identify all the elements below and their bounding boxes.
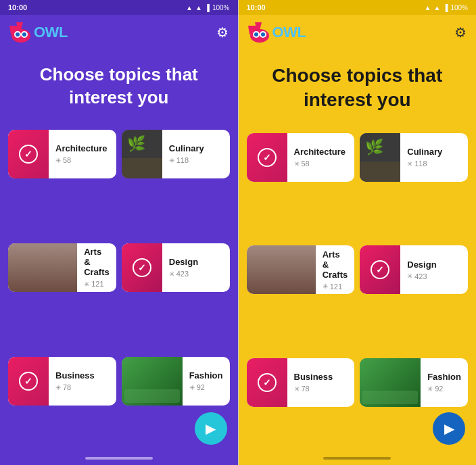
topic-thumb <box>122 357 183 406</box>
topic-count: ✳ 118 <box>169 156 223 164</box>
topic-card-business[interactable]: ✓ Business ✳ 78 <box>247 358 355 407</box>
topic-card-architecture[interactable]: ✓ Architecture ✳ 58 <box>8 130 116 178</box>
phone-panel-dark: 10:00 ▲ ▲ ▐ 100% <box>0 0 238 465</box>
topic-card-culinary[interactable]: Culinary ✳ 118 <box>122 130 230 178</box>
topic-card-fashion[interactable]: Fashion ✳ 92 <box>360 358 468 407</box>
topic-name: Architecture <box>55 143 110 153</box>
status-time: 10:00 <box>8 3 27 11</box>
heading-section: Choose topics that interest you <box>239 50 477 133</box>
topic-info: Architecture ✳ 58 <box>49 130 116 178</box>
topic-thumb-selected: ✓ <box>8 130 49 178</box>
count-icon: ✳ <box>189 384 195 391</box>
count-icon: ✳ <box>294 160 300 168</box>
wifi-icon: ▲ <box>186 4 193 11</box>
topic-count: ✳ 121 <box>323 283 348 291</box>
status-time: 10:00 <box>247 3 266 11</box>
battery-percent: 100% <box>212 4 230 11</box>
count-value: 423 <box>414 272 427 280</box>
phone-panel-light: 10:00 ▲ ▲ ▐ 100% <box>239 0 477 465</box>
count-value: 78 <box>63 383 71 391</box>
count-icon: ✳ <box>294 385 300 393</box>
topic-thumb-selected: ✓ <box>247 358 287 407</box>
app-logo: OWL <box>9 22 68 43</box>
home-indicator <box>323 457 391 460</box>
topic-name: Design <box>407 260 461 270</box>
topic-name: Architecture <box>294 147 348 157</box>
svg-point-2 <box>11 29 30 43</box>
gear-icon[interactable]: ⚙ <box>454 24 467 41</box>
topic-info: Culinary ✳ 118 <box>162 130 230 178</box>
topic-info: Fashion ✳ 92 <box>183 357 230 406</box>
topic-thumb-selected: ✓ <box>360 245 400 294</box>
topic-card-design[interactable]: ✓ Design ✳ 423 <box>122 243 230 292</box>
status-bar: 10:00 ▲ ▲ ▐ 100% <box>239 0 477 15</box>
logo-text: OWL <box>34 24 68 41</box>
checkmark-icon: ✓ <box>133 258 151 277</box>
topic-name: Business <box>55 370 110 381</box>
topic-info: Arts & Crafts ✳ 121 <box>77 243 116 292</box>
signal-icon: ▲ <box>195 4 202 11</box>
count-value: 118 <box>414 160 427 168</box>
wifi-icon: ▲ <box>425 4 431 11</box>
topic-thumb-selected: ✓ <box>122 243 162 292</box>
svg-point-5 <box>16 32 20 36</box>
next-fab-button[interactable]: ▶ <box>433 412 465 445</box>
arrow-icon: ▶ <box>206 420 216 437</box>
count-value: 423 <box>176 270 189 278</box>
topic-info: Business ✳ 78 <box>287 358 355 407</box>
topic-count: ✳ 121 <box>84 280 110 288</box>
owl-logo-icon <box>9 22 32 43</box>
topic-name: Culinary <box>407 147 461 157</box>
topic-thumb <box>247 245 316 294</box>
topic-card-architecture[interactable]: ✓ Architecture ✳ 58 <box>247 133 355 182</box>
count-icon: ✳ <box>169 157 174 164</box>
topic-info: Fashion ✳ 92 <box>421 358 468 407</box>
topic-name: Fashion <box>189 370 223 381</box>
gear-icon[interactable]: ⚙ <box>216 24 229 41</box>
topic-name: Arts & Crafts <box>84 247 110 277</box>
logo-text: OWL <box>272 24 306 41</box>
count-icon: ✳ <box>407 272 412 280</box>
topic-count: ✳ 423 <box>169 270 223 278</box>
topic-info: Culinary ✳ 118 <box>400 133 468 182</box>
checkmark-icon: ✓ <box>371 260 389 279</box>
topic-card-fashion[interactable]: Fashion ✳ 92 <box>122 357 230 406</box>
arrow-icon: ▶ <box>444 420 454 437</box>
battery-icon: ▐ <box>205 4 210 11</box>
topic-card-arts-crafts[interactable]: Arts & Crafts ✳ 121 <box>8 243 116 292</box>
heading-section: Choose topics that interest you <box>0 50 238 130</box>
count-icon: ✳ <box>55 157 61 164</box>
checkmark-icon: ✓ <box>258 373 277 392</box>
topic-name: Design <box>169 257 223 267</box>
topic-card-arts-crafts[interactable]: Arts & Crafts ✳ 121 <box>247 245 355 294</box>
count-value: 118 <box>176 156 189 164</box>
topic-count: ✳ 58 <box>294 160 348 168</box>
topic-thumb <box>360 358 421 407</box>
topic-name: Fashion <box>427 372 461 382</box>
count-value: 78 <box>302 385 310 393</box>
topic-card-culinary[interactable]: Culinary ✳ 118 <box>360 133 468 182</box>
topic-info: Architecture ✳ 58 <box>287 133 355 182</box>
topic-card-business[interactable]: ✓ Business ✳ 78 <box>8 357 116 406</box>
checkmark-icon: ✓ <box>19 372 38 391</box>
checkmark-icon: ✓ <box>258 148 277 167</box>
topic-count: ✳ 78 <box>294 385 348 393</box>
top-bar: OWL ⚙ <box>0 15 238 50</box>
topic-count: ✳ 78 <box>55 383 110 391</box>
topic-card-design[interactable]: ✓ Design ✳ 423 <box>360 245 468 294</box>
fab-container: ▶ <box>433 412 465 445</box>
owl-logo-icon <box>248 22 271 43</box>
topic-count: ✳ 92 <box>189 383 223 391</box>
count-icon: ✳ <box>407 160 412 168</box>
svg-point-9 <box>250 29 269 43</box>
topic-count: ✳ 118 <box>407 160 461 168</box>
count-icon: ✳ <box>55 384 61 391</box>
topic-thumb <box>8 243 77 292</box>
topic-name: Arts & Crafts <box>323 249 348 280</box>
count-value: 92 <box>435 385 443 393</box>
svg-point-6 <box>22 32 26 36</box>
next-fab-button[interactable]: ▶ <box>195 412 227 445</box>
count-value: 58 <box>302 160 310 168</box>
status-icons: ▲ ▲ ▐ 100% <box>186 4 229 11</box>
topic-info: Arts & Crafts ✳ 121 <box>316 245 355 294</box>
